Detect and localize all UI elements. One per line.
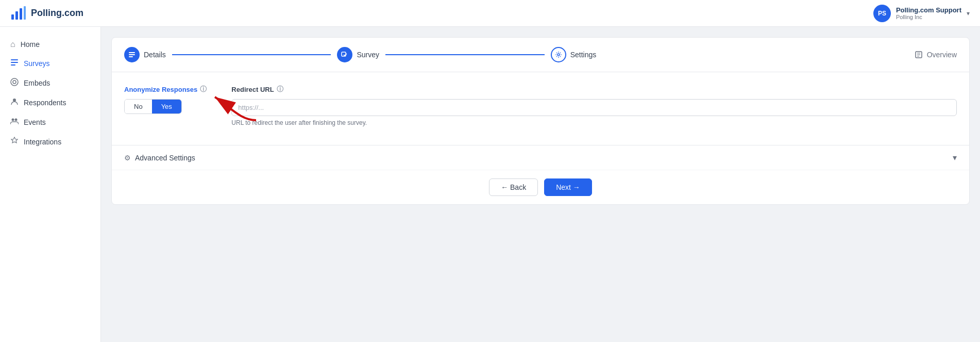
sidebar: ⌂ Home Surveys Embeds Respondents Even: [0, 27, 101, 342]
form-wrapper: Anonymize Responses ⓘ No Yes Redirec: [112, 72, 969, 170]
svg-rect-12: [129, 52, 135, 53]
svg-rect-3: [24, 6, 26, 20]
step-survey-icon: [337, 47, 352, 62]
sidebar-item-label: Respondents: [24, 99, 66, 107]
step-line-1: [172, 54, 331, 55]
logo-area: Polling.com: [10, 5, 83, 22]
svg-rect-13: [129, 54, 135, 55]
step-details-label: Details: [144, 51, 166, 59]
advanced-settings-chevron-icon: ▾: [953, 153, 957, 162]
redirect-hint: URL to redirect the user after finishing…: [231, 119, 957, 126]
user-avatar: PS: [873, 5, 891, 22]
events-icon: [10, 117, 19, 127]
svg-rect-5: [11, 62, 18, 63]
user-name: Polling.com Support: [896, 6, 961, 14]
svg-point-8: [13, 80, 16, 84]
user-org: Polling Inc: [896, 14, 961, 20]
form-content: Anonymize Responses ⓘ No Yes Redirec: [112, 72, 969, 145]
advanced-settings-gear-icon: ⚙: [124, 154, 131, 162]
step-survey-label: Survey: [357, 51, 379, 59]
step-survey[interactable]: Survey: [337, 47, 379, 62]
redirect-help-icon[interactable]: ⓘ: [277, 85, 283, 94]
top-header: Polling.com PS Polling.com Support Polli…: [0, 0, 980, 27]
advanced-settings[interactable]: ⚙ Advanced Settings ▾: [112, 145, 969, 170]
svg-point-9: [13, 99, 16, 102]
svg-point-11: [15, 119, 18, 121]
home-icon: ⌂: [10, 40, 15, 49]
action-bar: ← Back Next →: [112, 170, 969, 204]
logo-text: Polling.com: [31, 8, 83, 19]
step-settings-icon: [551, 47, 566, 62]
svg-point-7: [11, 78, 18, 86]
step-overview-label: Overview: [927, 51, 957, 59]
anonymize-help-icon[interactable]: ⓘ: [200, 85, 207, 94]
polling-logo-icon: [10, 5, 27, 22]
main-card: Details Survey Settings: [111, 37, 970, 205]
sidebar-item-embeds[interactable]: Embeds: [0, 73, 100, 93]
advanced-settings-left: ⚙ Advanced Settings: [124, 154, 195, 162]
sidebar-item-events[interactable]: Events: [0, 112, 100, 132]
svg-rect-6: [11, 64, 15, 66]
sidebar-item-label: Home: [21, 40, 40, 48]
step-line-2: [385, 54, 545, 55]
redirect-label: Redirect URL ⓘ: [231, 85, 957, 94]
redirect-url-input[interactable]: [231, 99, 957, 116]
surveys-icon: [10, 58, 19, 69]
redirect-section: Redirect URL ⓘ URL to redirect the user …: [231, 85, 957, 126]
sidebar-item-label: Embeds: [24, 79, 50, 87]
anonymize-label: Anonymize Responses ⓘ: [124, 85, 207, 94]
sidebar-item-label: Surveys: [24, 59, 50, 68]
sidebar-item-label: Events: [24, 118, 46, 126]
step-settings-label: Settings: [570, 51, 597, 59]
step-details-icon: [124, 47, 140, 62]
form-section: Anonymize Responses ⓘ No Yes Redirec: [124, 85, 957, 126]
next-button[interactable]: Next →: [544, 178, 592, 196]
integrations-icon: [10, 137, 19, 147]
svg-rect-14: [129, 56, 133, 57]
respondents-icon: [10, 97, 19, 108]
toggle-yes-button[interactable]: Yes: [152, 100, 181, 113]
sidebar-item-respondents[interactable]: Respondents: [0, 93, 100, 112]
sidebar-item-integrations[interactable]: Integrations: [0, 132, 100, 152]
content-area: Details Survey Settings: [101, 27, 980, 342]
toggle-group: No Yes: [124, 99, 182, 114]
step-details[interactable]: Details: [124, 47, 166, 62]
sidebar-item-label: Integrations: [24, 138, 61, 146]
sidebar-item-surveys[interactable]: Surveys: [0, 54, 100, 73]
svg-rect-0: [11, 14, 14, 20]
main-layout: ⌂ Home Surveys Embeds Respondents Even: [0, 27, 980, 342]
step-overview[interactable]: Overview: [915, 51, 957, 59]
svg-point-10: [12, 119, 14, 121]
advanced-settings-label: Advanced Settings: [135, 154, 195, 162]
step-progress: Details Survey Settings: [112, 38, 969, 72]
user-info: Polling.com Support Polling Inc: [896, 6, 961, 20]
sidebar-item-home[interactable]: ⌂ Home: [0, 35, 100, 54]
chevron-down-icon: ▾: [967, 10, 970, 17]
overview-icon: [915, 51, 923, 59]
back-button[interactable]: ← Back: [489, 178, 538, 196]
step-settings[interactable]: Settings: [551, 47, 597, 62]
embeds-icon: [10, 78, 19, 88]
anonymize-section: Anonymize Responses ⓘ No Yes: [124, 85, 207, 126]
svg-rect-4: [11, 59, 18, 60]
user-menu[interactable]: PS Polling.com Support Polling Inc ▾: [873, 5, 970, 22]
toggle-no-button[interactable]: No: [125, 100, 152, 113]
svg-rect-1: [15, 11, 18, 20]
svg-rect-2: [20, 8, 22, 20]
svg-point-16: [557, 54, 560, 56]
